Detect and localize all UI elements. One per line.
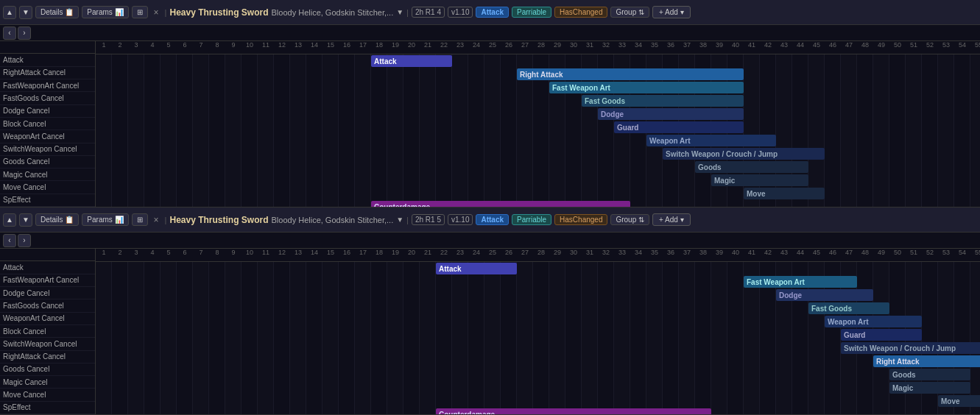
timeline-cell — [484, 302, 501, 315]
parriable-badge[interactable]: Parriable — [512, 214, 551, 225]
row-label-11: SpEffect — [0, 194, 95, 207]
timeline-cell — [484, 315, 501, 328]
timeline-cell — [954, 328, 970, 341]
timeline-cell — [128, 107, 144, 121]
bar-9[interactable]: Magic — [889, 382, 970, 394]
timeline-cell — [970, 160, 980, 174]
bar-8[interactable]: Goods — [695, 161, 808, 173]
timeline-cell — [290, 408, 306, 415]
timeline-cell — [598, 302, 614, 315]
timeline-cell — [96, 275, 112, 288]
nav-down-button[interactable]: ▼ — [19, 213, 32, 227]
bar-2[interactable]: Dodge — [776, 289, 873, 301]
timeline-cell — [598, 262, 614, 275]
bar-2[interactable]: Fast Weapon Art — [549, 82, 744, 93]
parriable-badge[interactable]: Parriable — [512, 7, 551, 18]
timeline-area: 1234567891011121314151617181920212223242… — [96, 41, 980, 207]
weapon-dropdown[interactable]: ▼ — [396, 216, 403, 224]
timeline-cell — [501, 94, 517, 107]
scroll-left-button[interactable]: ‹ — [3, 234, 16, 247]
timeline-cell — [306, 408, 322, 415]
bar-10[interactable]: Move — [938, 395, 980, 407]
add-button[interactable]: + Add ▾ — [652, 213, 691, 226]
bar-0[interactable]: Attack — [436, 263, 517, 274]
scroll-left-button[interactable]: ‹ — [3, 26, 16, 40]
timeline-cell — [128, 54, 144, 68]
bar-10[interactable]: Move — [744, 188, 825, 199]
group-badge[interactable]: Group ⇅ — [610, 7, 649, 18]
timeline-cell — [857, 160, 873, 174]
timeline-cell — [646, 381, 663, 394]
timeline-cell — [322, 134, 339, 147]
timeline-cell — [954, 107, 970, 121]
timeline-cell — [403, 107, 420, 121]
bar-7[interactable]: Right Attack — [873, 355, 980, 367]
add-button[interactable]: + Add ▾ — [652, 6, 691, 18]
close-button[interactable]: × — [151, 6, 162, 19]
params-button[interactable]: Params 📊 — [82, 6, 128, 18]
ruler-number: 26 — [501, 249, 517, 261]
ruler-number: 24 — [468, 249, 484, 261]
bar-11[interactable]: Counterdamage — [371, 201, 630, 207]
bar-4[interactable]: Weapon Art — [825, 316, 922, 327]
timeline-cell — [96, 54, 112, 68]
timeline-cell — [144, 68, 161, 81]
params-button[interactable]: Params 📊 — [82, 213, 128, 226]
bar-4[interactable]: Dodge — [598, 108, 744, 120]
close-button[interactable]: × — [151, 213, 162, 227]
bar-3[interactable]: Fast Goods — [582, 95, 744, 107]
ruler-row: 1234567891011121314151617181920212223242… — [96, 249, 980, 262]
timeline-cell — [646, 275, 663, 288]
bar-11[interactable]: Counterdamage — [436, 408, 711, 414]
attack-badge[interactable]: Attack — [476, 214, 509, 225]
timeline-cell — [970, 121, 980, 134]
timeline-cell — [209, 275, 225, 288]
timeline-cell — [695, 200, 711, 208]
ruler-number: 6 — [177, 41, 193, 54]
timeline-cell — [339, 81, 355, 94]
timeline-cell — [420, 315, 436, 328]
timeline-cell — [646, 328, 663, 341]
bar-6[interactable]: Switch Weapon / Crouch / Jump — [841, 342, 980, 354]
bar-7[interactable]: Switch Weapon / Crouch / Jump — [663, 148, 825, 160]
ruler-number: 38 — [695, 249, 711, 261]
timeline-cell — [274, 107, 290, 121]
bar-6[interactable]: Weapon Art — [646, 135, 776, 146]
timeline-cell — [760, 355, 776, 368]
timeline-cell — [177, 107, 193, 121]
nav-down-button[interactable]: ▼ — [19, 6, 32, 19]
timeline-cell — [403, 174, 420, 187]
timeline-cell — [387, 315, 403, 328]
bar-1[interactable]: Fast Weapon Art — [744, 276, 857, 288]
timeline-cell — [598, 187, 614, 200]
timeline-cell — [873, 394, 889, 408]
details-button[interactable]: Details 📋 — [35, 213, 79, 226]
timeline-cell — [630, 341, 646, 355]
weapon-dropdown[interactable]: ▼ — [396, 8, 403, 16]
bar-3[interactable]: Fast Goods — [808, 302, 889, 314]
bar-9[interactable]: Magic — [711, 174, 808, 186]
scroll-right-button[interactable]: › — [18, 234, 31, 247]
nav-up-button[interactable]: ▲ — [3, 213, 16, 227]
timeline-cell — [193, 288, 209, 302]
timeline-cell — [630, 134, 646, 147]
compare-button[interactable]: ⊞ — [132, 6, 148, 18]
timeline-cell — [970, 275, 980, 288]
timeline-cell — [549, 94, 565, 107]
haschanged-badge[interactable]: HasChanged — [554, 7, 607, 18]
attack-badge[interactable]: Attack — [476, 7, 509, 18]
timeline-cell — [598, 315, 614, 328]
bar-5[interactable]: Guard — [841, 329, 922, 341]
bar-0[interactable]: Attack — [371, 55, 452, 67]
details-button[interactable]: Details 📋 — [35, 6, 79, 18]
nav-up-button[interactable]: ▲ — [3, 6, 16, 19]
haschanged-badge[interactable]: HasChanged — [554, 214, 607, 225]
compare-button[interactable]: ⊞ — [132, 213, 148, 226]
scroll-right-button[interactable]: › — [18, 26, 31, 40]
bar-5[interactable]: Guard — [614, 121, 744, 133]
bar-8[interactable]: Goods — [889, 369, 970, 380]
timeline-cell — [306, 328, 322, 341]
timeline-cell — [128, 160, 144, 174]
bar-1[interactable]: Right Attack — [517, 68, 744, 80]
group-badge[interactable]: Group ⇅ — [610, 214, 649, 225]
